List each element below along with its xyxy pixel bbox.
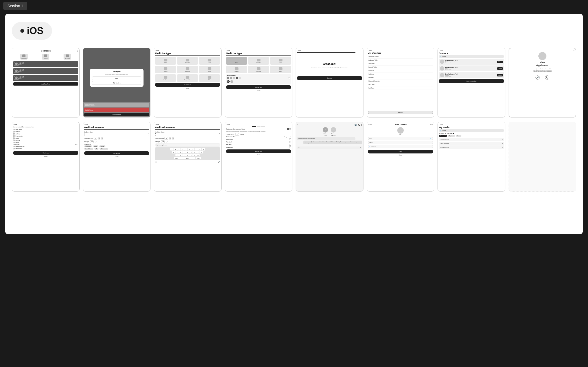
selected-item[interactable]: Demos <box>368 111 433 114</box>
key-o[interactable]: o <box>198 148 201 151</box>
tag-specific[interactable]: Specific Days <box>84 148 93 150</box>
type-drops-2[interactable]: Drops <box>270 66 291 73</box>
not-eat-check[interactable] <box>289 146 291 148</box>
type-injections-1[interactable]: Injections <box>177 66 198 73</box>
role-field[interactable]: Chirurg <box>368 141 433 144</box>
doctor-profile-1[interactable]: See my profile <box>445 63 496 64</box>
name-field[interactable]: Name 🔍 <box>368 137 433 140</box>
phone-icon-13[interactable]: 📞 <box>358 124 360 126</box>
call-btn-1[interactable]: Call me <box>497 61 503 63</box>
back-link-12[interactable]: ‹ Back <box>226 124 291 125</box>
list-item[interactable]: Alexander Valley <box>368 55 433 58</box>
doctor-profile-3[interactable]: See my profile <box>445 76 496 77</box>
type-injections-2[interactable]: Injections <box>248 66 269 73</box>
url-bar[interactable]: http://www.apple.com <box>155 144 220 146</box>
list-item[interactable]: Chalk Hill <box>368 76 433 79</box>
key-a[interactable]: a <box>172 151 175 153</box>
mic-icon[interactable]: 🎤 <box>535 75 540 80</box>
call-btn-3[interactable]: Call me <box>497 74 503 76</box>
key-l[interactable]: l <box>200 151 203 153</box>
amount-minus-1[interactable]: − <box>98 137 100 140</box>
done-btn[interactable]: Done <box>430 124 433 126</box>
back-link-10[interactable]: ‹ Back <box>84 124 149 125</box>
list-item[interactable]: Carneros <box>368 69 433 72</box>
tag-solve[interactable]: Solve <box>456 135 461 137</box>
tag-norepeat[interactable]: No Repeat <box>84 145 92 147</box>
emoji-icon[interactable]: ☺ <box>155 161 157 163</box>
add-new-med-btn-1[interactable]: Add New Med <box>13 82 78 86</box>
doctor-profile-2[interactable]: See my profile <box>445 69 496 70</box>
keyboard-mic-icon[interactable]: 🎤 <box>218 161 220 163</box>
continue-btn-9[interactable]: Continue <box>13 151 78 155</box>
health-item-1[interactable]: Lorem ipsum dolra › <box>439 138 504 141</box>
type-capsules-1[interactable]: Capsules <box>177 57 198 65</box>
health-item-3[interactable]: Lorem ipsum dolra › <box>439 145 504 149</box>
type-liquid-1[interactable]: Liquid <box>199 57 220 65</box>
key-x[interactable]: x <box>179 154 182 156</box>
key-v[interactable]: v <box>186 154 189 156</box>
back-link-3[interactable]: ‹ Back <box>155 50 220 51</box>
med-name-input-1[interactable] <box>84 133 149 136</box>
key-g[interactable]: g <box>186 151 189 153</box>
add-new-contact-btn[interactable]: Add new contact <box>439 79 504 83</box>
tag-my-items[interactable]: My Items <box>448 135 455 137</box>
send-icon[interactable]: ➤ <box>360 147 361 148</box>
phone-field[interactable]: ⊕ Add Phone <box>368 145 433 148</box>
back-link-15[interactable]: ‹ Back <box>439 124 504 125</box>
cancel-btn[interactable]: Cancel <box>368 124 372 126</box>
key-n[interactable]: n <box>193 154 196 156</box>
type-inhalers-2[interactable]: Inhalers <box>226 66 247 73</box>
type-other-1[interactable]: Other <box>199 74 220 82</box>
list-item[interactable]: Bennett Valley <box>368 65 433 69</box>
key-h[interactable]: h <box>189 151 193 153</box>
key-c[interactable]: c <box>182 154 186 156</box>
video-icon-13[interactable]: 📹 <box>354 124 357 126</box>
back-link-4[interactable]: ‹ Back <box>226 50 291 51</box>
close-icon[interactable]: × <box>573 49 575 52</box>
edit-label[interactable]: Edit <box>399 134 401 135</box>
list-item[interactable]: Alex Peak <box>368 62 433 65</box>
back-link-11[interactable]: ‹ Back <box>155 124 220 125</box>
tag-doctor-visit[interactable]: Doctor visit <box>439 135 447 137</box>
after-meal-check[interactable] <box>289 141 291 143</box>
continue-btn-10[interactable]: Continue <box>84 151 149 155</box>
tag-weekly[interactable]: Weekly <box>99 145 105 147</box>
my-health-search[interactable]: 🔍Search <box>439 129 504 132</box>
key-space[interactable]: space <box>179 157 195 159</box>
list-item[interactable]: Fort Ross <box>368 86 433 90</box>
reset-link-3[interactable]: Reset <box>155 87 220 89</box>
type-suppositories-1[interactable]: Suppositories <box>177 74 198 82</box>
filter-label[interactable]: My Health: All Categories ▼ <box>439 133 504 134</box>
type-drops-1[interactable]: Drops <box>199 66 220 73</box>
type-tablet-1[interactable]: Tablet <box>155 57 176 65</box>
key-q[interactable]: q <box>170 148 174 151</box>
info-icon-13[interactable]: ℹ <box>361 124 362 126</box>
key-d[interactable]: d <box>179 151 182 153</box>
amount-plus-1[interactable]: + <box>101 137 103 140</box>
back-link-5[interactable]: ‹ Back <box>297 50 362 51</box>
key-y[interactable]: y <box>188 148 191 151</box>
amount-minus-2[interactable]: − <box>169 137 171 140</box>
reset-link-10[interactable]: Reset <box>84 156 149 157</box>
key-t[interactable]: t <box>184 148 188 151</box>
call-btn-2[interactable]: Call me <box>497 67 503 70</box>
key-s[interactable]: s <box>175 151 179 153</box>
type-inhalers-1[interactable]: Inhalers <box>155 66 176 73</box>
menu-icon-1[interactable]: ☰ <box>77 50 78 52</box>
type-tablet-2[interactable]: Tablet <box>226 57 247 65</box>
key-f[interactable]: f <box>182 151 186 153</box>
phone-icon[interactable]: 📞 <box>545 75 549 80</box>
continue-btn-4[interactable]: Continue <box>226 85 291 89</box>
key-z[interactable]: z <box>175 154 179 156</box>
doctors-search[interactable]: 🔍Search <box>439 55 504 58</box>
type-implants-1[interactable]: Implants <box>155 74 176 82</box>
list-item[interactable]: Dry Creek <box>368 83 433 86</box>
message-input[interactable]: Aa ➤ <box>297 146 362 149</box>
list-item[interactable]: Calistoga <box>368 72 433 76</box>
key-w[interactable]: w <box>174 148 177 151</box>
toggle-remind-stock[interactable] <box>287 128 291 130</box>
reset-link-9[interactable]: Reset <box>13 156 78 157</box>
health-item-2[interactable]: Clinical Documents › <box>439 142 504 145</box>
back-link-6[interactable]: ‹ Back <box>368 50 433 51</box>
back-link-7[interactable]: ‹ Back <box>439 50 504 51</box>
